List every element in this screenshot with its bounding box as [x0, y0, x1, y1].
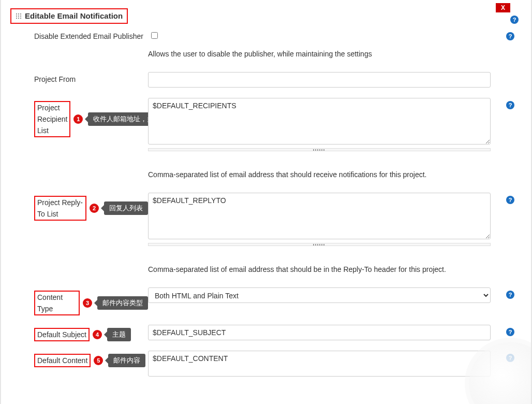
close-button[interactable]: X [496, 3, 510, 12]
row-disable-desc: Allows the user to disable the publisher… [34, 46, 511, 67]
label-content-type: Content Type [34, 291, 80, 315]
help-icon[interactable] [506, 291, 514, 299]
annotation-badge-2: 2 [90, 204, 99, 213]
input-default-subject[interactable] [148, 325, 491, 340]
help-icon[interactable] [506, 328, 514, 336]
label-project-from: Project From [34, 72, 148, 83]
label-project-reply-to-list: Project Reply-To List [34, 196, 86, 221]
row-default-subject: Default Subject 4 主题 [34, 325, 511, 341]
help-icon[interactable] [506, 196, 514, 204]
section-header-frame: Editable Email Notification [10, 8, 128, 24]
annotation-badge-1: 1 [73, 114, 83, 124]
annotation-tip-4: 主题 [107, 328, 131, 341]
help-icon[interactable] [510, 16, 519, 24]
textarea-resize-handle[interactable] [148, 243, 491, 246]
row-default-content: Default Content 5 邮件内容 $DEFAULT_CONTENT [34, 351, 511, 378]
row-disable-extended: Disable Extended Email Publisher [34, 29, 511, 40]
label-project-recipient-list: Project Recipient List [34, 101, 70, 137]
annotation-5: 5 邮件内容 [93, 354, 145, 367]
row-project-from: Project From [34, 72, 511, 88]
help-icon[interactable] [506, 354, 514, 362]
help-icon[interactable] [506, 32, 514, 40]
label-default-content: Default Content [34, 354, 91, 367]
checkbox-disable-extended[interactable] [151, 32, 158, 39]
config-form-page: X Editable Email Notification Disable Ex… [0, 0, 532, 404]
annotation-tip-5: 邮件内容 [108, 354, 145, 367]
annotation-badge-4: 4 [93, 330, 102, 339]
row-reply-to-desc: Comma-separated list of email address th… [34, 251, 511, 282]
text-reply-to-desc: Comma-separated list of email address th… [148, 264, 491, 275]
textarea-project-recipient-list[interactable]: $DEFAULT_RECIPIENTS [148, 98, 491, 145]
section-header: Editable Email Notification [16, 11, 123, 20]
help-icon[interactable] [506, 101, 514, 109]
input-project-from[interactable] [148, 72, 491, 88]
form-area: Disable Extended Email Publisher Allows … [10, 29, 522, 378]
label-disable-extended: Disable Extended Email Publisher [34, 29, 148, 40]
row-project-recipient-list: Project Recipient List 1 收件人邮箱地址，多个收件人用 … [34, 98, 511, 151]
row-recipient-desc: Comma-separated list of email address th… [34, 156, 511, 187]
annotation-2: 2 回复人列表 [88, 201, 148, 215]
row-project-reply-to-list: Project Reply-To List 2 回复人列表 $DEFAULT_R… [34, 193, 511, 246]
annotation-badge-3: 3 [83, 298, 92, 308]
select-content-type[interactable]: Both HTML and Plain Text [148, 287, 491, 303]
label-default-subject: Default Subject [34, 328, 90, 341]
textarea-resize-handle[interactable] [148, 148, 491, 151]
annotation-tip-2: 回复人列表 [104, 201, 148, 215]
text-disable-desc: Allows the user to disable the publisher… [148, 49, 491, 60]
annotation-tip-3: 邮件内容类型 [97, 296, 148, 310]
section-title: Editable Email Notification [25, 11, 123, 20]
text-recipient-desc: Comma-separated list of email address th… [148, 169, 491, 180]
row-content-type: Content Type 3 邮件内容类型 Both HTML and Plai… [34, 287, 511, 315]
annotation-4: 4 主题 [92, 328, 131, 341]
textarea-project-reply-to-list[interactable]: $DEFAULT_REPLYTO [148, 193, 491, 239]
annotation-3: 3 邮件内容类型 [82, 296, 148, 310]
annotation-badge-5: 5 [94, 356, 103, 365]
textarea-default-content[interactable]: $DEFAULT_CONTENT [148, 351, 491, 377]
drag-handle-icon[interactable] [16, 13, 22, 19]
